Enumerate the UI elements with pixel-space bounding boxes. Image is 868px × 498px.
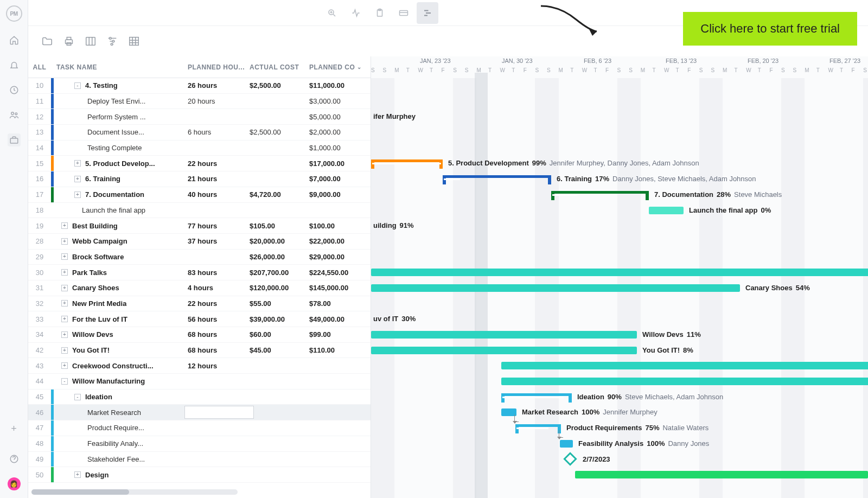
toggle-icon[interactable]: + bbox=[61, 222, 68, 229]
task-name-cell[interactable]: -Ideation bbox=[54, 393, 184, 401]
gantt-icon[interactable] bbox=[417, 2, 438, 24]
table-row[interactable]: 31+Canary Shoes4 hours$120,000.00$145,00… bbox=[28, 280, 371, 296]
task-name-cell[interactable]: +Design bbox=[54, 471, 184, 479]
logo[interactable]: PM bbox=[6, 5, 22, 22]
table-row[interactable]: 16+6. Training21 hours$7,000.00 bbox=[28, 171, 371, 187]
toggle-icon[interactable]: + bbox=[74, 176, 81, 182]
task-name-cell[interactable]: Document Issue... bbox=[54, 128, 184, 136]
clock-icon[interactable] bbox=[8, 84, 21, 97]
task-name-cell[interactable]: Deploy Test Envi... bbox=[54, 97, 184, 105]
task-name-cell[interactable]: +Park Talks bbox=[54, 269, 184, 277]
table-row[interactable]: 18Launch the final app bbox=[28, 203, 371, 219]
table-row[interactable]: 12Perform System ...$5,000.00 bbox=[28, 109, 371, 125]
cost-cell[interactable]: $2,500.00 bbox=[250, 81, 309, 90]
table-row[interactable]: 32+New Print Media22 hours$55.00$78.00 bbox=[28, 296, 371, 312]
hours-cell[interactable]: 20 hours bbox=[184, 97, 250, 105]
table-row[interactable]: 43+Creekwood Constructi...12 hours bbox=[28, 358, 371, 374]
zoom-fit-icon[interactable] bbox=[321, 2, 343, 24]
hours-cell[interactable]: 83 hours bbox=[184, 269, 250, 277]
planned-cell[interactable]: $78.00 bbox=[309, 299, 371, 308]
planned-cell[interactable]: $9,000.00 bbox=[309, 190, 371, 199]
gantt-bar[interactable] bbox=[371, 284, 740, 292]
planned-cell[interactable]: $17,000.00 bbox=[309, 159, 371, 168]
task-name-cell[interactable]: +5. Product Develop... bbox=[54, 159, 184, 168]
task-name-cell[interactable]: +Canary Shoes bbox=[54, 284, 184, 292]
toggle-icon[interactable]: + bbox=[61, 347, 68, 354]
task-name-cell[interactable]: +6. Training bbox=[54, 175, 184, 183]
cost-cell[interactable]: $45.00 bbox=[250, 346, 309, 354]
print-icon[interactable] bbox=[62, 34, 76, 48]
hours-cell[interactable]: 40 hours bbox=[184, 190, 250, 199]
task-name-cell[interactable]: Perform System ... bbox=[54, 113, 184, 121]
table-row[interactable]: 42+You Got IT!68 hours$45.00$110.00 bbox=[28, 343, 371, 359]
col-all[interactable]: ALL bbox=[28, 63, 51, 71]
hours-cell[interactable]: 56 hours bbox=[184, 315, 250, 323]
grid-icon[interactable] bbox=[127, 34, 141, 48]
task-name-cell[interactable]: +Willow Devs bbox=[54, 330, 184, 339]
task-name-cell[interactable]: +Best Building bbox=[54, 222, 184, 230]
gantt-bar[interactable] bbox=[443, 175, 551, 182]
h-scrollbar[interactable] bbox=[31, 489, 238, 495]
table-row[interactable]: 33+For the Luv of IT56 hours$39,000.00$4… bbox=[28, 311, 371, 327]
toggle-icon[interactable]: + bbox=[61, 331, 68, 338]
table-row[interactable]: 28+Webb Campaign37 hours$20,000.00$22,00… bbox=[28, 234, 371, 250]
planned-cell[interactable]: $7,000.00 bbox=[309, 175, 371, 183]
gantt-bar[interactable] bbox=[501, 378, 868, 385]
planned-cell[interactable]: $99.00 bbox=[309, 330, 371, 339]
table-row[interactable]: 17+7. Documentation40 hours$4,720.00$9,0… bbox=[28, 187, 371, 203]
toggle-icon[interactable]: - bbox=[74, 82, 81, 89]
columns-icon[interactable] bbox=[84, 34, 98, 48]
gantt-chart[interactable]: JAN, 23 '23FEB, 6 '23FEB, 13 '23FEB, 20 … bbox=[371, 56, 868, 498]
cost-cell[interactable]: $60.00 bbox=[250, 330, 309, 339]
task-name-cell[interactable]: Launch the final app bbox=[54, 206, 184, 214]
table-row[interactable]: 19+Best Building77 hours$105.00$100.00 bbox=[28, 218, 371, 234]
planned-cell[interactable]: $5,000.00 bbox=[309, 113, 371, 121]
task-name-cell[interactable]: +For the Luv of IT bbox=[54, 315, 184, 323]
task-name-cell[interactable]: +Creekwood Constructi... bbox=[54, 362, 184, 370]
task-name-cell[interactable]: Feasibility Analy... bbox=[54, 439, 184, 448]
add-button[interactable]: + bbox=[8, 422, 21, 435]
planned-cell[interactable]: $29,000.00 bbox=[309, 253, 371, 261]
toggle-icon[interactable]: + bbox=[61, 253, 68, 260]
col-cost[interactable]: ACTUAL COST bbox=[250, 63, 309, 71]
toggle-icon[interactable]: + bbox=[61, 269, 68, 276]
h-scroll-thumb[interactable] bbox=[31, 489, 129, 495]
toggle-icon[interactable]: + bbox=[61, 238, 68, 245]
filter-icon[interactable] bbox=[105, 34, 119, 48]
table-row[interactable]: 29+Brock Software$26,000.00$29,000.00 bbox=[28, 250, 371, 265]
planned-cell[interactable]: $49,000.00 bbox=[309, 315, 371, 323]
table-row[interactable]: 10-4. Testing26 hours$2,500.00$11,000.00 bbox=[28, 78, 371, 94]
table-row[interactable]: 49Stakeholder Fee... bbox=[28, 452, 371, 468]
briefcase-icon[interactable] bbox=[8, 133, 21, 146]
planned-cell[interactable]: $1,000.00 bbox=[309, 144, 371, 152]
cost-cell[interactable]: $39,000.00 bbox=[250, 315, 309, 323]
planned-cell[interactable]: $100.00 bbox=[309, 222, 371, 230]
gantt-bar[interactable] bbox=[515, 424, 561, 431]
hours-cell[interactable]: 68 hours bbox=[184, 330, 250, 339]
gantt-bar[interactable] bbox=[371, 159, 443, 166]
hours-cell[interactable]: 22 hours bbox=[184, 299, 250, 308]
table-row[interactable]: 13Document Issue...6 hours$2,500.00$2,00… bbox=[28, 125, 371, 141]
activity-icon[interactable] bbox=[345, 2, 367, 24]
cost-cell[interactable]: $120,000.00 bbox=[250, 284, 309, 292]
gantt-bar[interactable] bbox=[371, 269, 868, 276]
table-row[interactable]: 14Testing Complete$1,000.00 bbox=[28, 141, 371, 156]
task-name-cell[interactable]: -Willow Manufacturing bbox=[54, 377, 184, 385]
toggle-icon[interactable]: + bbox=[61, 362, 68, 369]
task-name-cell[interactable]: +New Print Media bbox=[54, 299, 184, 308]
hours-cell[interactable]: 22 hours bbox=[184, 159, 250, 168]
hours-cell[interactable]: 12 hours bbox=[184, 362, 250, 370]
people-icon[interactable] bbox=[8, 108, 21, 122]
avatar[interactable]: 👩 bbox=[8, 477, 21, 490]
gantt-bar[interactable] bbox=[551, 191, 649, 197]
gantt-bar[interactable] bbox=[501, 362, 868, 369]
folder-icon[interactable] bbox=[40, 34, 54, 48]
gantt-bar[interactable] bbox=[371, 347, 637, 354]
hours-cell[interactable]: 21 hours bbox=[184, 175, 250, 183]
toggle-icon[interactable]: + bbox=[74, 471, 81, 478]
hours-cell[interactable]: 68 hours bbox=[184, 346, 250, 354]
hours-cell[interactable]: 6 hours bbox=[184, 128, 250, 136]
task-name-cell[interactable]: Product Require... bbox=[54, 424, 184, 432]
task-name-cell[interactable]: +Brock Software bbox=[54, 253, 184, 261]
toggle-icon[interactable]: + bbox=[74, 160, 81, 167]
